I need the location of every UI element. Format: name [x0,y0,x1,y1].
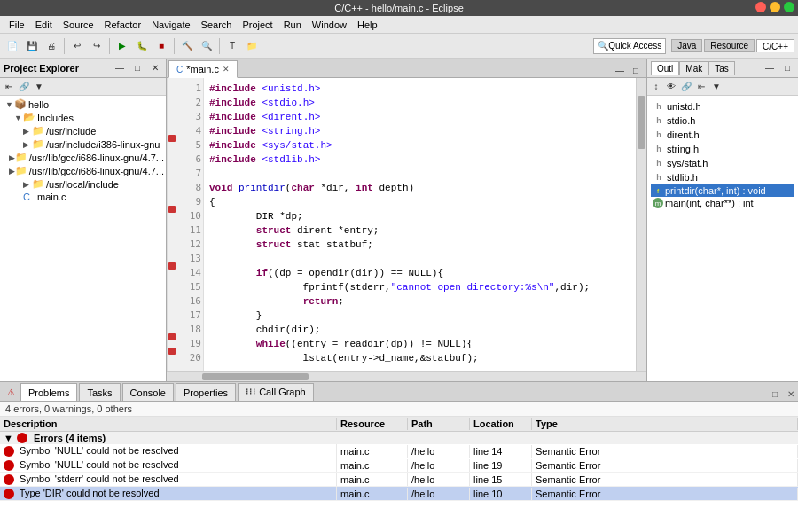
tree-item-local-include[interactable]: ▶ 📁 /usr/local/include [0,177,166,191]
toolbar-separator-2 [109,38,110,54]
tab-properties[interactable]: Properties [176,383,236,401]
menu-project[interactable]: Project [237,19,278,31]
menu-edit[interactable]: Edit [30,19,58,31]
new-button[interactable]: 📄 [4,37,21,55]
includes-icon: 📂 [23,112,35,123]
outline-item-string[interactable]: h string.h [651,142,794,156]
tab-problems[interactable]: Problems [20,383,77,401]
problems-close-button[interactable]: ✕ [784,387,798,401]
tasks-tab[interactable]: Tas [708,61,735,75]
outline-item-printdir[interactable]: f printdir(char*, int) : void [651,184,794,197]
editor-scrollbar-horizontal[interactable] [167,371,646,381]
tree-item-mainc[interactable]: ▶ C main.c [0,191,166,203]
editor-minimize-button[interactable]: — [613,63,627,77]
debug-button[interactable]: 🐛 [133,37,151,55]
menu-source[interactable]: Source [58,19,99,31]
tree-item-i386[interactable]: ▶ 📁 /usr/include/i386-linux-gnu [0,137,166,151]
outline-menu-button[interactable]: ▼ [709,80,724,94]
error-type-1: Semantic Error [532,445,798,458]
menu-file[interactable]: File [4,19,30,31]
print-button[interactable]: 🖨 [43,37,60,55]
error-row-1[interactable]: Symbol 'NULL' could not be resolved main… [0,444,798,458]
menu-refactor[interactable]: Refactor [99,19,147,31]
redo-button[interactable]: ↪ [88,37,106,55]
outline-minimize-button[interactable]: — [763,61,777,75]
outline-maximize-button[interactable]: □ [780,61,794,75]
outline-item-stdlib[interactable]: h stdlib.h [651,170,794,184]
outline-collapse-button[interactable]: ⇤ [694,80,708,94]
build-button[interactable]: 🔨 [178,37,196,55]
error-type-3: Semantic Error [532,473,798,486]
outline-hide-button[interactable]: 👁 [664,80,678,94]
editor-scrollbar-thumb[interactable] [638,96,645,149]
undo-button[interactable]: ↩ [68,37,86,55]
editor-code-area[interactable]: 12345 678910 1112131415 1617181920 #incl… [167,78,646,371]
menu-run[interactable]: Run [278,19,307,31]
tree-item-hello[interactable]: ▼ 📦 hello [0,98,166,111]
minimize-panel-button[interactable]: — [113,61,127,75]
open-type-button[interactable]: T [223,37,241,55]
error-resource-2: main.c [337,459,408,472]
outline-sort-button[interactable]: ↕ [649,80,663,94]
errors-group-header[interactable]: ▼ Errors (4 items) [0,432,798,444]
resource-perspective-btn[interactable]: Resource [704,39,755,52]
tree-item-gcc-1[interactable]: ▶ 📁 /usr/lib/gcc/i686-linux-gnu/4.7... [0,151,166,164]
search-button[interactable]: 🔍 [198,37,215,55]
toolbar-separator-3 [174,38,175,54]
problems-minimize-button[interactable]: — [752,387,766,401]
close-control[interactable] [755,2,766,12]
editor-scrollbar-vertical[interactable] [636,78,646,371]
c-file-tab-icon: C [176,65,183,74]
outline-item-sysstat[interactable]: h sys/stat.h [651,156,794,170]
close-panel-button[interactable]: ✕ [148,61,162,75]
outline-item-stdio[interactable]: h stdio.h [651,113,794,128]
collapse-all-button[interactable]: ⇤ [2,80,16,94]
error-row-4[interactable]: Type 'DIR' could not be resolved main.c … [0,487,798,501]
tab-tasks[interactable]: Tasks [79,383,120,401]
editor-hscroll-thumb[interactable] [202,373,309,380]
error-row-2[interactable]: Symbol 'NULL' could not be resolved main… [0,458,798,473]
tree-item-includes[interactable]: ▼ 📂 Includes [0,111,166,124]
tab-close-button[interactable]: ✕ [223,65,230,74]
outline-item-unistd[interactable]: h unistd.h [651,99,794,113]
run-button[interactable]: ▶ [113,37,131,55]
quick-access-bar[interactable]: 🔍 Quick Access [593,38,666,54]
menu-help[interactable]: Help [352,19,383,31]
code-editor[interactable]: #include <unistd.h> #include <stdio.h> #… [204,78,636,371]
c-file-icon: C [23,192,35,202]
cpp-perspective-btn[interactable]: C/C++ [756,39,794,52]
stop-button[interactable]: ■ [153,37,170,55]
tree-item-usr-include[interactable]: ▶ 📁 /usr/include [0,124,166,137]
open-resource-button[interactable]: 📁 [243,37,261,55]
outline-tab[interactable]: Outl [651,61,679,75]
tab-call-graph[interactable]: ⁞⁞⁞ Call Graph [238,383,314,401]
maximize-control[interactable] [784,2,794,12]
makefile-tab[interactable]: Mak [679,61,708,75]
col-type: Type [532,418,798,430]
tab-console[interactable]: Console [122,383,174,401]
error-icon-2 [4,460,14,471]
minimize-control[interactable] [770,2,780,12]
menu-search[interactable]: Search [196,19,238,31]
outline-item-dirent[interactable]: h dirent.h [651,128,794,142]
outline-sync-button[interactable]: 🔗 [679,80,693,94]
problems-maximize-button[interactable]: □ [768,387,782,401]
project-tree: ▼ 📦 hello ▼ 📂 Includes ▶ 📁 /usr/include [0,96,166,381]
problems-content: 4 errors, 0 warnings, 0 others Descripti… [0,402,798,532]
error-row-3[interactable]: Symbol 'stderr' could not be resolved ma… [0,473,798,487]
error-desc-3: Symbol 'stderr' could not be resolved [0,473,337,486]
col-path: Path [408,418,470,430]
menu-window[interactable]: Window [307,19,352,31]
menu-navigate[interactable]: Navigate [146,19,195,31]
java-perspective-btn[interactable]: Java [671,39,702,52]
line-numbers: 12345 678910 1112131415 1617181920 [177,78,204,371]
tree-item-gcc-2[interactable]: ▶ 📁 /usr/lib/gcc/i686-linux-gnu/4.7... [0,164,166,177]
outline-item-main[interactable]: m main(int, char**) : int [651,197,794,209]
error-path-4: /hello [408,488,470,500]
maximize-panel-button[interactable]: □ [130,61,145,75]
link-editor-button[interactable]: 🔗 [17,80,31,94]
editor-maximize-button[interactable]: □ [629,63,643,77]
save-button[interactable]: 💾 [23,37,41,55]
editor-tab-mainc[interactable]: C *main.c ✕ [168,60,238,78]
view-menu-button[interactable]: ▼ [32,80,46,94]
